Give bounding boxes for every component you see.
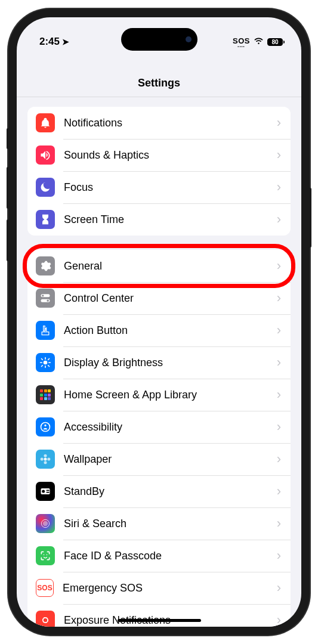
settings-row-faceid[interactable]: Face ID & Passcode› [27,540,291,572]
settings-group-system: General›Control Center›Action Button›Dis… [27,250,291,627]
svg-point-7 [44,458,47,461]
settings-row-actionbutton[interactable]: Action Button› [27,314,291,346]
siri-icon [36,514,55,533]
face-icon [36,546,55,565]
chevron-right-icon: › [277,419,281,435]
svg-point-17 [43,521,48,526]
phone-screen: 2:45 ➤ SOS •••• 80 Settings Notificati [17,17,301,627]
svg-rect-14 [47,490,50,491]
location-icon: ➤ [62,37,69,47]
settings-row-wallpaper[interactable]: Wallpaper› [27,443,291,475]
row-label: Wallpaper [64,453,277,466]
flower-icon [36,450,55,469]
svg-point-11 [47,458,50,461]
settings-group-alerts: Notifications›Sounds & Haptics›Focus›Scr… [27,107,291,236]
chevron-right-icon: › [277,258,281,274]
chevron-right-icon: › [277,516,281,531]
chevron-right-icon: › [277,484,281,499]
row-label: Emergency SOS [63,582,277,595]
svg-point-5 [41,423,50,432]
settings-row-homescreen[interactable]: Home Screen & App Library› [27,379,291,411]
switches-icon [36,289,55,308]
wifi-icon [254,36,264,48]
sun-icon [36,353,55,372]
settings-row-siri[interactable]: Siri & Search› [27,507,291,540]
settings-row-focus[interactable]: Focus› [27,171,291,203]
svg-point-3 [47,300,49,302]
status-time: 2:45 [39,36,60,48]
moon-icon [36,178,55,197]
side-button-right [310,188,311,247]
chevron-right-icon: › [277,548,281,564]
row-label: Face ID & Passcode [64,550,277,562]
chevron-right-icon: › [277,355,281,370]
settings-row-general[interactable]: General› [27,250,291,282]
settings-row-standby[interactable]: StandBy› [27,475,291,507]
row-label: StandBy [64,485,277,498]
row-label: General [64,260,277,273]
clock-icon [36,482,55,501]
speaker-icon [36,145,55,165]
nav-header: Settings [17,54,301,97]
chevron-right-icon: › [277,147,281,163]
svg-point-8 [44,454,47,457]
chevron-right-icon: › [277,612,281,627]
settings-row-screentime[interactable]: Screen Time› [27,203,291,236]
action-icon [36,321,55,340]
home-indicator[interactable] [118,619,201,622]
virus-icon [36,611,55,627]
chevron-right-icon: › [277,179,281,195]
chevron-right-icon: › [277,387,281,402]
row-label: Siri & Search [64,518,277,530]
battery-indicator: 80 [267,38,285,46]
chevron-right-icon: › [277,115,281,131]
chevron-right-icon: › [277,580,281,596]
settings-row-controlcenter[interactable]: Control Center› [27,282,291,314]
chevron-right-icon: › [277,323,281,338]
sos-indicator: SOS •••• [233,36,250,48]
svg-point-6 [44,425,46,426]
settings-row-notifications[interactable]: Notifications› [27,107,291,139]
phone-frame: 2:45 ➤ SOS •••• 80 Settings Notificati [8,9,310,635]
row-label: Home Screen & App Library [64,389,277,401]
row-label: Action Button [64,324,277,337]
row-label: Sounds & Haptics [64,149,277,162]
row-label: Accessibility [64,421,277,434]
side-buttons-left [7,128,8,272]
bell-icon [36,113,55,132]
dynamic-island [121,28,197,51]
svg-point-19 [47,555,48,556]
svg-point-13 [42,490,45,493]
row-label: Focus [64,181,277,194]
svg-point-4 [44,361,48,365]
settings-row-display[interactable]: Display & Brightness› [27,346,291,379]
row-label: Control Center [64,292,277,305]
row-label: Screen Time [64,213,277,226]
settings-row-sounds[interactable]: Sounds & Haptics› [27,139,291,171]
chevron-right-icon: › [277,212,281,227]
hourglass-icon [36,210,55,229]
settings-row-exposure[interactable]: Exposure Notifications› [27,604,291,627]
sos-text-icon: SOS [36,579,54,597]
svg-point-2 [42,295,44,296]
svg-point-10 [41,458,44,461]
person-icon [36,417,55,436]
chevron-right-icon: › [277,451,281,467]
row-label: Notifications [64,117,277,129]
page-title: Settings [17,77,301,89]
gear-icon [36,256,55,275]
row-label: Display & Brightness [64,357,277,369]
svg-point-9 [44,461,47,464]
grid-icon [36,385,55,404]
svg-rect-15 [47,492,50,493]
settings-row-accessibility[interactable]: Accessibility› [27,411,291,443]
svg-point-18 [44,555,45,556]
settings-row-emergencysos[interactable]: SOSEmergency SOS› [27,572,291,604]
chevron-right-icon: › [277,290,281,306]
settings-content[interactable]: Notifications›Sounds & Haptics›Focus›Scr… [17,97,301,627]
